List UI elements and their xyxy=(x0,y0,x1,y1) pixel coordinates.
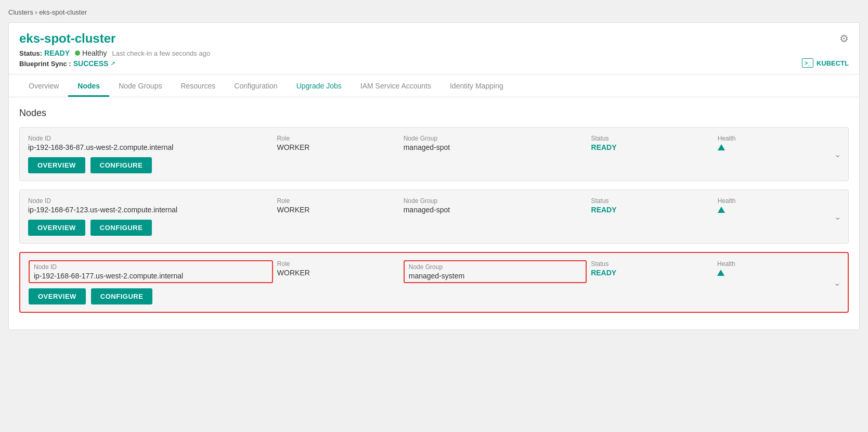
tab-identity-mapping[interactable]: Identity Mapping xyxy=(441,74,513,97)
kubectl-label: KUBECTL xyxy=(817,59,849,67)
node-1-group-label: Node Group xyxy=(404,135,587,142)
node-card-1: Node ID ip-192-168-36-87.us-west-2.compu… xyxy=(19,127,849,181)
node-1-overview-button[interactable]: OVERVIEW xyxy=(28,157,85,173)
node-1-status-label: Status xyxy=(591,135,714,142)
node-card-3-body: Node ID ip-192-168-68-177.us-west-2.comp… xyxy=(20,253,848,283)
node-1-id-label: Node ID xyxy=(28,135,273,142)
node-card-2-body: Node ID ip-192-168-67-123.us-west-2.comp… xyxy=(20,190,848,214)
kubectl-button[interactable]: >_ KUBECTL xyxy=(802,58,849,68)
node-2-actions: OVERVIEW CONFIGURE xyxy=(20,214,848,243)
main-card: eks-spot-cluster ⚙ Status: READY Healthy… xyxy=(8,22,860,330)
node-1-id-value: ip-192-168-36-87.us-west-2.compute.inter… xyxy=(28,143,273,151)
blueprint-label: Blueprint Sync : xyxy=(19,60,71,68)
tab-overview[interactable]: Overview xyxy=(19,74,68,97)
node-1-chevron-icon[interactable]: ⌄ xyxy=(834,149,841,159)
node-2-id-value: ip-192-168-67-123.us-west-2.compute.inte… xyxy=(28,206,273,214)
node-3-health-label: Health xyxy=(717,260,839,268)
node-1-status-cell: Status READY xyxy=(591,135,714,151)
node-3-role-value: WORKER xyxy=(277,269,399,277)
node-1-actions: OVERVIEW CONFIGURE xyxy=(20,152,848,181)
node-3-group-value: managed-system xyxy=(409,272,581,280)
node-1-fields: Node ID ip-192-168-36-87.us-west-2.compu… xyxy=(28,135,840,152)
status-value: READY xyxy=(44,49,70,57)
tab-node-groups[interactable]: Node Groups xyxy=(109,74,171,97)
node-3-fields: Node ID ip-192-168-68-177.us-west-2.comp… xyxy=(29,260,839,283)
blueprint-row: Blueprint Sync : SUCCESS ↗ xyxy=(19,59,849,68)
node-3-id-cell: Node ID ip-192-168-68-177.us-west-2.comp… xyxy=(29,260,273,283)
node-2-role-cell: Role WORKER xyxy=(277,197,399,214)
breadcrumb-separator: › xyxy=(35,8,37,16)
node-3-status-value: READY xyxy=(591,269,713,277)
node-3-role-label: Role xyxy=(277,260,399,268)
section-title: Nodes xyxy=(19,108,849,119)
node-2-role-label: Role xyxy=(277,197,399,205)
health-text: Healthy xyxy=(82,49,107,57)
node-3-role-cell: Role WORKER xyxy=(277,260,399,277)
node-card-1-body: Node ID ip-192-168-36-87.us-west-2.compu… xyxy=(20,128,848,152)
breadcrumb-current: eks-spot-cluster xyxy=(39,8,87,16)
tab-nodes[interactable]: Nodes xyxy=(68,74,109,97)
node-1-role-label: Role xyxy=(277,135,399,142)
node-2-chevron-icon[interactable]: ⌄ xyxy=(834,212,841,222)
content-area: Nodes Node ID ip-192-168-36-87.us-west-2… xyxy=(9,97,859,329)
node-3-overview-button[interactable]: OVERVIEW xyxy=(29,288,86,304)
checkin-text: Last check-in a few seconds ago xyxy=(112,49,211,57)
node-1-group-cell: Node Group managed-spot xyxy=(404,135,587,151)
node-2-overview-button[interactable]: OVERVIEW xyxy=(28,220,85,236)
gear-icon[interactable]: ⚙ xyxy=(839,32,849,45)
node-card-3: Node ID ip-192-168-68-177.us-west-2.comp… xyxy=(19,252,849,313)
node-2-health-label: Health xyxy=(718,197,840,205)
node-1-role-cell: Role WORKER xyxy=(277,135,399,151)
node-3-configure-button[interactable]: CONFIGURE xyxy=(91,288,153,304)
tab-upgrade-jobs[interactable]: Upgrade Jobs xyxy=(287,74,351,97)
tab-iam-service-accounts[interactable]: IAM Service Accounts xyxy=(351,74,441,97)
node-2-status-label: Status xyxy=(591,197,714,205)
node-3-chevron-icon[interactable]: ⌄ xyxy=(834,277,840,287)
node-1-status-value: READY xyxy=(591,143,714,151)
node-2-role-value: WORKER xyxy=(277,206,399,214)
tab-configuration[interactable]: Configuration xyxy=(225,74,287,97)
external-link-icon[interactable]: ↗ xyxy=(110,60,115,67)
page-wrapper: Clusters › eks-spot-cluster eks-spot-clu… xyxy=(0,0,868,432)
tabs-bar: Overview Nodes Node Groups Resources Con… xyxy=(9,74,859,97)
node-2-fields: Node ID ip-192-168-67-123.us-west-2.comp… xyxy=(28,197,840,214)
cluster-title-row: eks-spot-cluster ⚙ xyxy=(19,31,849,46)
node-1-health-label: Health xyxy=(718,135,840,142)
node-3-actions: OVERVIEW CONFIGURE xyxy=(20,283,848,312)
node-card-2: Node ID ip-192-168-67-123.us-west-2.comp… xyxy=(19,189,849,244)
cluster-meta: Status: READY Healthy Last check-in a fe… xyxy=(19,49,849,57)
node-1-configure-button[interactable]: CONFIGURE xyxy=(90,157,152,173)
node-2-id-cell: Node ID ip-192-168-67-123.us-west-2.comp… xyxy=(28,197,273,214)
node-2-health-arrow xyxy=(718,207,725,213)
health-dot xyxy=(75,50,80,56)
node-1-id-cell: Node ID ip-192-168-36-87.us-west-2.compu… xyxy=(28,135,273,151)
breadcrumb-parent[interactable]: Clusters xyxy=(8,8,33,16)
node-2-status-cell: Status READY xyxy=(591,197,714,214)
node-3-health-cell: Health xyxy=(717,260,839,277)
node-3-status-cell: Status READY xyxy=(591,260,713,277)
node-3-group-cell: Node Group managed-system xyxy=(404,260,587,283)
cluster-title: eks-spot-cluster xyxy=(19,31,115,46)
node-3-id-value: ip-192-168-68-177.us-west-2.compute.inte… xyxy=(34,272,268,280)
kubectl-terminal-icon: >_ xyxy=(802,58,813,68)
node-2-group-label: Node Group xyxy=(404,197,587,205)
node-3-status-label: Status xyxy=(591,260,713,268)
node-2-status-value: READY xyxy=(591,206,714,214)
node-3-id-label: Node ID xyxy=(34,263,268,271)
node-1-group-value: managed-spot xyxy=(404,143,587,151)
node-2-health-cell: Health xyxy=(718,197,840,214)
node-2-group-cell: Node Group managed-spot xyxy=(404,197,587,214)
node-2-configure-button[interactable]: CONFIGURE xyxy=(90,220,152,236)
node-3-group-label: Node Group xyxy=(409,263,581,271)
node-2-id-label: Node ID xyxy=(28,197,273,205)
cluster-header: eks-spot-cluster ⚙ Status: READY Healthy… xyxy=(9,23,859,74)
breadcrumb: Clusters › eks-spot-cluster xyxy=(8,8,860,16)
node-2-group-value: managed-spot xyxy=(404,206,587,214)
blueprint-value: SUCCESS xyxy=(73,59,109,68)
status-label: Status: xyxy=(19,49,42,57)
node-1-health-cell: Health xyxy=(718,135,840,152)
node-1-role-value: WORKER xyxy=(277,143,399,151)
node-1-health-arrow xyxy=(718,144,725,150)
node-3-health-arrow xyxy=(717,270,724,276)
tab-resources[interactable]: Resources xyxy=(171,74,225,97)
